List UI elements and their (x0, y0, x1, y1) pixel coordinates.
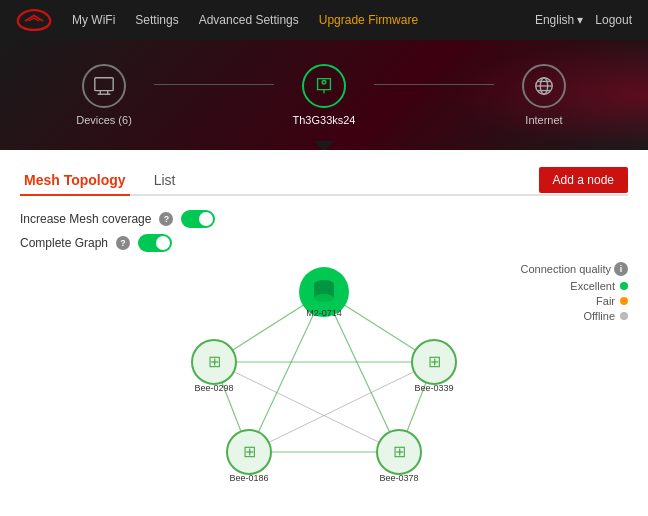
svg-point-5 (322, 81, 326, 85)
add-node-button[interactable]: Add a node (539, 167, 628, 193)
tab-mesh-topology[interactable]: Mesh Topology (20, 166, 130, 194)
hero-banner: Devices (6) Th3G33ks24 (0, 40, 648, 150)
nav-mywifi[interactable]: My WiFi (72, 13, 115, 27)
language-selector[interactable]: English ▾ (535, 13, 583, 27)
nav-firmware[interactable]: Upgrade Firmware (319, 13, 418, 27)
sat-label-0186: Bee-0186 (229, 473, 268, 483)
toggle-mesh-coverage: Increase Mesh coverage ? (20, 210, 628, 228)
chevron-down-icon: ▾ (577, 13, 583, 27)
step-router: Th3G33ks24 (274, 64, 374, 126)
tabs-bar: Mesh Topology List Add a node (20, 166, 628, 196)
progress-steps: Devices (6) Th3G33ks24 (54, 64, 594, 126)
offline-dot (620, 312, 628, 320)
main-content: Mesh Topology List Add a node Increase M… (0, 150, 648, 516)
step-line-2 (374, 84, 494, 85)
svg-rect-0 (95, 78, 113, 91)
svg-point-23 (314, 294, 334, 302)
step-devices: Devices (6) (54, 64, 154, 126)
sat-label-0378: Bee-0378 (379, 473, 418, 483)
svg-text:⊞: ⊞ (243, 443, 256, 460)
nav-settings[interactable]: Settings (135, 13, 178, 27)
router-icon (302, 64, 346, 108)
step-router-label: Th3G33ks24 (293, 114, 356, 126)
toggles-area: Increase Mesh coverage ? Complete Graph … (20, 210, 628, 252)
legend-title: Connection quality i (520, 262, 628, 276)
topology-area: M2-0714 ⊞ Bee-0298 ⊞ Bee-0339 ⊞ Bee-0186… (20, 262, 628, 502)
svg-text:⊞: ⊞ (208, 353, 221, 370)
navbar: My WiFi Settings Advanced Settings Upgra… (0, 0, 648, 40)
sat-label-0339: Bee-0339 (414, 383, 453, 393)
step-line-1 (154, 84, 274, 85)
nav-right: English ▾ Logout (535, 13, 632, 27)
excellent-dot (620, 282, 628, 290)
step-devices-label: Devices (6) (76, 114, 132, 126)
connection-quality-legend: Connection quality i Excellent Fair Offl… (520, 262, 628, 325)
legend-excellent: Excellent (520, 280, 628, 292)
nav-advanced[interactable]: Advanced Settings (199, 13, 299, 27)
sat-label-0298: Bee-0298 (194, 383, 233, 393)
mesh-coverage-toggle[interactable] (181, 210, 215, 228)
logout-button[interactable]: Logout (595, 13, 632, 27)
svg-text:⊞: ⊞ (428, 353, 441, 370)
complete-graph-info-icon[interactable]: ? (116, 236, 130, 250)
legend-fair: Fair (520, 295, 628, 307)
devices-icon (82, 64, 126, 108)
internet-icon (522, 64, 566, 108)
topology-graph: M2-0714 ⊞ Bee-0298 ⊞ Bee-0339 ⊞ Bee-0186… (154, 262, 494, 502)
step-internet: Internet (494, 64, 594, 126)
nav-links: My WiFi Settings Advanced Settings Upgra… (72, 13, 535, 27)
complete-graph-toggle[interactable] (138, 234, 172, 252)
fair-dot (620, 297, 628, 305)
svg-text:⊞: ⊞ (393, 443, 406, 460)
toggle-complete-graph: Complete Graph ? (20, 234, 628, 252)
brand-logo (16, 8, 52, 32)
hub-label: M2-0714 (306, 308, 342, 318)
hero-arrow (314, 141, 334, 150)
step-internet-label: Internet (525, 114, 562, 126)
tab-list[interactable]: List (150, 166, 180, 194)
mesh-coverage-info-icon[interactable]: ? (159, 212, 173, 226)
complete-graph-label: Complete Graph (20, 236, 108, 250)
legend-info-icon[interactable]: i (614, 262, 628, 276)
mesh-coverage-label: Increase Mesh coverage (20, 212, 151, 226)
legend-offline: Offline (520, 310, 628, 322)
